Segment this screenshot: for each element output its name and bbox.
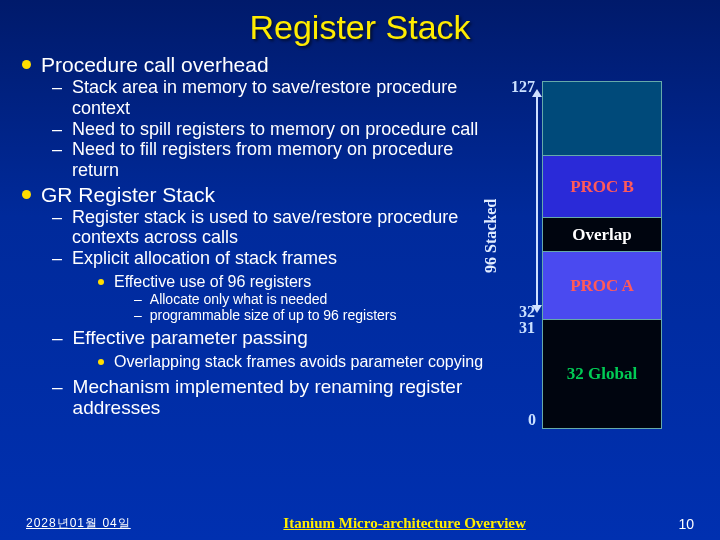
diagram-column: 96 Stacked 127 32 31 0 PROC B Overlap PR… (488, 53, 688, 433)
slide: Register Stack Procedure call overhead –… (0, 0, 720, 540)
slide-title: Register Stack (18, 8, 702, 47)
section2-heading: GR Register Stack (41, 183, 215, 207)
text-column: Procedure call overhead –Stack area in m… (18, 53, 488, 433)
dash-icon: – (52, 207, 62, 228)
seg-procb: PROC B (543, 156, 661, 218)
bullet-icon (22, 60, 31, 69)
effective-label: Effective use of 96 registers (114, 273, 311, 291)
param-sub: Overlapping stack frames avoids paramete… (114, 353, 483, 371)
range-arrow (536, 89, 538, 313)
seg-empty (543, 82, 661, 156)
dash-icon: – (52, 77, 62, 98)
effective-item: Allocate only what is needed (150, 291, 327, 307)
reg-label-127: 127 (511, 78, 535, 96)
bullet-icon (98, 359, 104, 365)
slide-number: 10 (678, 516, 694, 532)
bullet-icon (98, 279, 104, 285)
dash-icon: – (52, 327, 63, 349)
param-label: Effective parameter passing (73, 327, 308, 349)
footer-date: 2028년01월 04일 (26, 515, 131, 532)
stacked-label: 96 Stacked (482, 199, 500, 273)
seg-global: 32 Global (543, 320, 661, 428)
sec2-item: Explicit allocation of stack frames (72, 248, 337, 269)
dash-icon: – (52, 119, 62, 140)
seg-proca: PROC A (543, 252, 661, 320)
bullet-icon (22, 190, 31, 199)
dash-icon: – (134, 307, 142, 323)
reg-label-31: 31 (519, 319, 535, 337)
register-stack-diagram: 96 Stacked 127 32 31 0 PROC B Overlap PR… (488, 81, 668, 433)
section1-heading: Procedure call overhead (41, 53, 269, 77)
footer-title: Itanium Micro-architecture Overview (131, 515, 679, 532)
sec2-item: Register stack is used to save/restore p… (72, 207, 488, 248)
content-area: Procedure call overhead –Stack area in m… (18, 53, 702, 433)
dash-icon: – (52, 248, 62, 269)
stack-box: PROC B Overlap PROC A 32 Global (542, 81, 662, 429)
reg-label-0: 0 (528, 411, 536, 429)
effective-item: programmable size of up to 96 registers (150, 307, 397, 323)
dash-icon: – (134, 291, 142, 307)
dash-icon: – (52, 139, 62, 160)
sec1-item: Need to spill registers to memory on pro… (72, 119, 478, 140)
footer: 2028년01월 04일 Itanium Micro-architecture … (0, 515, 720, 532)
sec1-item: Stack area in memory to save/restore pro… (72, 77, 488, 118)
dash-icon: – (52, 376, 63, 398)
mechanism-text: Mechanism implemented by renaming regist… (73, 376, 488, 420)
sec1-item: Need to fill registers from memory on pr… (72, 139, 488, 180)
arrow-line (536, 95, 538, 307)
seg-overlap: Overlap (543, 218, 661, 252)
